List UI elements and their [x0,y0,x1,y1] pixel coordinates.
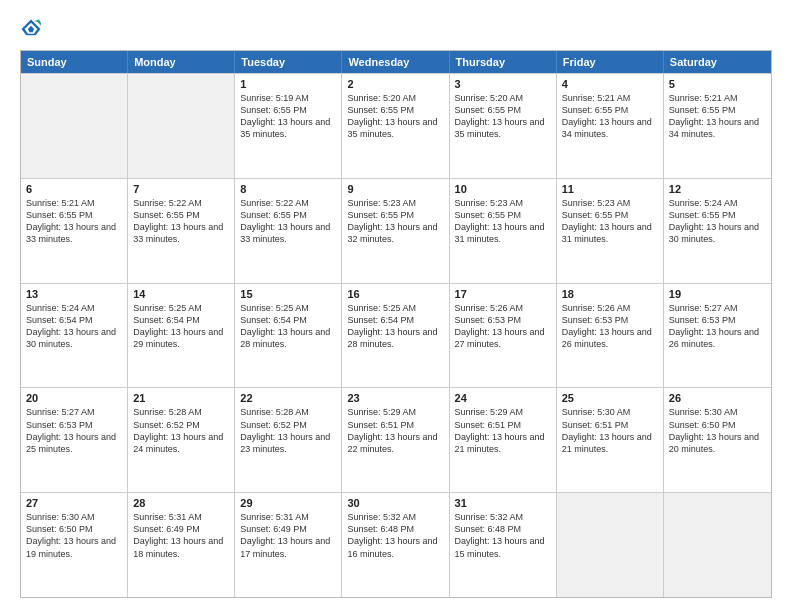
day-number: 18 [562,288,658,300]
day-info: Sunrise: 5:21 AM Sunset: 6:55 PM Dayligh… [669,92,766,141]
cal-cell: 10Sunrise: 5:23 AM Sunset: 6:55 PM Dayli… [450,179,557,283]
day-number: 21 [133,392,229,404]
day-header-monday: Monday [128,51,235,73]
day-number: 25 [562,392,658,404]
day-info: Sunrise: 5:24 AM Sunset: 6:55 PM Dayligh… [669,197,766,246]
cal-cell [21,74,128,178]
cal-cell: 2Sunrise: 5:20 AM Sunset: 6:55 PM Daylig… [342,74,449,178]
logo-icon [20,18,42,40]
cal-cell [664,493,771,597]
day-number: 4 [562,78,658,90]
day-info: Sunrise: 5:21 AM Sunset: 6:55 PM Dayligh… [562,92,658,141]
day-number: 27 [26,497,122,509]
day-number: 28 [133,497,229,509]
week-row-3: 13Sunrise: 5:24 AM Sunset: 6:54 PM Dayli… [21,283,771,388]
cal-cell: 3Sunrise: 5:20 AM Sunset: 6:55 PM Daylig… [450,74,557,178]
cal-cell: 16Sunrise: 5:25 AM Sunset: 6:54 PM Dayli… [342,284,449,388]
day-info: Sunrise: 5:27 AM Sunset: 6:53 PM Dayligh… [669,302,766,351]
day-info: Sunrise: 5:25 AM Sunset: 6:54 PM Dayligh… [133,302,229,351]
week-row-1: 1Sunrise: 5:19 AM Sunset: 6:55 PM Daylig… [21,73,771,178]
week-row-4: 20Sunrise: 5:27 AM Sunset: 6:53 PM Dayli… [21,387,771,492]
day-number: 3 [455,78,551,90]
cal-cell: 28Sunrise: 5:31 AM Sunset: 6:49 PM Dayli… [128,493,235,597]
day-info: Sunrise: 5:22 AM Sunset: 6:55 PM Dayligh… [240,197,336,246]
day-number: 2 [347,78,443,90]
cal-cell: 11Sunrise: 5:23 AM Sunset: 6:55 PM Dayli… [557,179,664,283]
day-number: 30 [347,497,443,509]
day-header-sunday: Sunday [21,51,128,73]
day-info: Sunrise: 5:31 AM Sunset: 6:49 PM Dayligh… [240,511,336,560]
cal-cell: 14Sunrise: 5:25 AM Sunset: 6:54 PM Dayli… [128,284,235,388]
day-info: Sunrise: 5:30 AM Sunset: 6:51 PM Dayligh… [562,406,658,455]
day-info: Sunrise: 5:27 AM Sunset: 6:53 PM Dayligh… [26,406,122,455]
cal-cell: 20Sunrise: 5:27 AM Sunset: 6:53 PM Dayli… [21,388,128,492]
day-number: 24 [455,392,551,404]
cal-cell: 25Sunrise: 5:30 AM Sunset: 6:51 PM Dayli… [557,388,664,492]
header [20,18,772,40]
day-info: Sunrise: 5:32 AM Sunset: 6:48 PM Dayligh… [455,511,551,560]
cal-cell: 1Sunrise: 5:19 AM Sunset: 6:55 PM Daylig… [235,74,342,178]
day-number: 5 [669,78,766,90]
calendar-header: SundayMondayTuesdayWednesdayThursdayFrid… [21,51,771,73]
day-info: Sunrise: 5:23 AM Sunset: 6:55 PM Dayligh… [562,197,658,246]
day-number: 8 [240,183,336,195]
day-number: 19 [669,288,766,300]
day-info: Sunrise: 5:20 AM Sunset: 6:55 PM Dayligh… [455,92,551,141]
cal-cell: 7Sunrise: 5:22 AM Sunset: 6:55 PM Daylig… [128,179,235,283]
day-header-tuesday: Tuesday [235,51,342,73]
cal-cell: 13Sunrise: 5:24 AM Sunset: 6:54 PM Dayli… [21,284,128,388]
cal-cell: 19Sunrise: 5:27 AM Sunset: 6:53 PM Dayli… [664,284,771,388]
cal-cell: 22Sunrise: 5:28 AM Sunset: 6:52 PM Dayli… [235,388,342,492]
day-info: Sunrise: 5:28 AM Sunset: 6:52 PM Dayligh… [240,406,336,455]
day-info: Sunrise: 5:21 AM Sunset: 6:55 PM Dayligh… [26,197,122,246]
cal-cell: 5Sunrise: 5:21 AM Sunset: 6:55 PM Daylig… [664,74,771,178]
cal-cell: 12Sunrise: 5:24 AM Sunset: 6:55 PM Dayli… [664,179,771,283]
cal-cell: 23Sunrise: 5:29 AM Sunset: 6:51 PM Dayli… [342,388,449,492]
day-number: 23 [347,392,443,404]
day-info: Sunrise: 5:28 AM Sunset: 6:52 PM Dayligh… [133,406,229,455]
cal-cell: 9Sunrise: 5:23 AM Sunset: 6:55 PM Daylig… [342,179,449,283]
cal-cell: 15Sunrise: 5:25 AM Sunset: 6:54 PM Dayli… [235,284,342,388]
day-number: 14 [133,288,229,300]
day-info: Sunrise: 5:30 AM Sunset: 6:50 PM Dayligh… [669,406,766,455]
day-info: Sunrise: 5:22 AM Sunset: 6:55 PM Dayligh… [133,197,229,246]
cal-cell [557,493,664,597]
cal-cell: 24Sunrise: 5:29 AM Sunset: 6:51 PM Dayli… [450,388,557,492]
day-number: 17 [455,288,551,300]
day-number: 26 [669,392,766,404]
day-info: Sunrise: 5:25 AM Sunset: 6:54 PM Dayligh… [240,302,336,351]
day-info: Sunrise: 5:26 AM Sunset: 6:53 PM Dayligh… [455,302,551,351]
day-number: 15 [240,288,336,300]
day-header-thursday: Thursday [450,51,557,73]
day-number: 12 [669,183,766,195]
day-header-wednesday: Wednesday [342,51,449,73]
cal-cell: 4Sunrise: 5:21 AM Sunset: 6:55 PM Daylig… [557,74,664,178]
day-info: Sunrise: 5:19 AM Sunset: 6:55 PM Dayligh… [240,92,336,141]
cal-cell [128,74,235,178]
week-row-2: 6Sunrise: 5:21 AM Sunset: 6:55 PM Daylig… [21,178,771,283]
day-number: 20 [26,392,122,404]
day-number: 11 [562,183,658,195]
day-header-friday: Friday [557,51,664,73]
day-info: Sunrise: 5:23 AM Sunset: 6:55 PM Dayligh… [347,197,443,246]
cal-cell: 8Sunrise: 5:22 AM Sunset: 6:55 PM Daylig… [235,179,342,283]
page: SundayMondayTuesdayWednesdayThursdayFrid… [0,0,792,612]
day-info: Sunrise: 5:25 AM Sunset: 6:54 PM Dayligh… [347,302,443,351]
cal-cell: 17Sunrise: 5:26 AM Sunset: 6:53 PM Dayli… [450,284,557,388]
cal-cell: 27Sunrise: 5:30 AM Sunset: 6:50 PM Dayli… [21,493,128,597]
day-header-saturday: Saturday [664,51,771,73]
day-number: 13 [26,288,122,300]
day-number: 6 [26,183,122,195]
day-info: Sunrise: 5:20 AM Sunset: 6:55 PM Dayligh… [347,92,443,141]
day-info: Sunrise: 5:29 AM Sunset: 6:51 PM Dayligh… [455,406,551,455]
day-number: 7 [133,183,229,195]
day-info: Sunrise: 5:30 AM Sunset: 6:50 PM Dayligh… [26,511,122,560]
day-number: 9 [347,183,443,195]
cal-cell: 29Sunrise: 5:31 AM Sunset: 6:49 PM Dayli… [235,493,342,597]
cal-cell: 30Sunrise: 5:32 AM Sunset: 6:48 PM Dayli… [342,493,449,597]
day-info: Sunrise: 5:24 AM Sunset: 6:54 PM Dayligh… [26,302,122,351]
cal-cell: 31Sunrise: 5:32 AM Sunset: 6:48 PM Dayli… [450,493,557,597]
logo [20,18,46,40]
week-row-5: 27Sunrise: 5:30 AM Sunset: 6:50 PM Dayli… [21,492,771,597]
cal-cell: 18Sunrise: 5:26 AM Sunset: 6:53 PM Dayli… [557,284,664,388]
